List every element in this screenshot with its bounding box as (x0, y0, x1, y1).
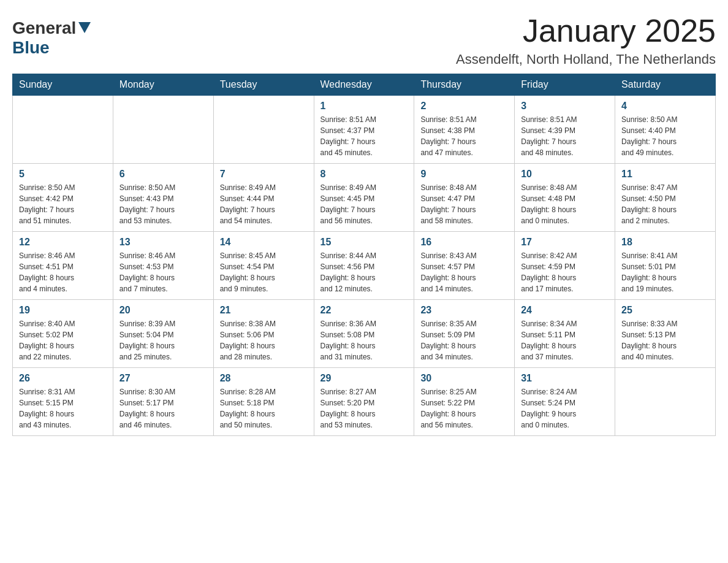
day-number: 12 (19, 237, 107, 248)
week-row-4: 19Sunrise: 8:40 AMSunset: 5:02 PMDayligh… (13, 300, 716, 368)
day-info: Sunrise: 8:35 AMSunset: 5:09 PMDaylight:… (420, 318, 508, 362)
day-number: 11 (621, 169, 709, 180)
day-number: 9 (420, 169, 508, 180)
day-number: 18 (621, 237, 709, 248)
day-number: 29 (320, 373, 408, 384)
calendar-cell: 3Sunrise: 8:51 AMSunset: 4:39 PMDaylight… (515, 96, 615, 164)
column-header-monday: Monday (113, 74, 213, 96)
calendar-cell: 26Sunrise: 8:31 AMSunset: 5:15 PMDayligh… (13, 368, 113, 436)
column-header-saturday: Saturday (615, 74, 716, 96)
logo-general-text: General (12, 18, 76, 38)
calendar-header: SundayMondayTuesdayWednesdayThursdayFrid… (13, 74, 716, 96)
day-number: 31 (521, 373, 609, 384)
day-info: Sunrise: 8:38 AMSunset: 5:06 PMDaylight:… (220, 318, 308, 362)
day-number: 8 (320, 169, 408, 180)
calendar-table: SundayMondayTuesdayWednesdayThursdayFrid… (12, 74, 716, 436)
day-info: Sunrise: 8:49 AMSunset: 4:45 PMDaylight:… (320, 182, 408, 226)
day-info: Sunrise: 8:48 AMSunset: 4:47 PMDaylight:… (420, 182, 508, 226)
calendar-cell: 15Sunrise: 8:44 AMSunset: 4:56 PMDayligh… (314, 232, 414, 300)
day-info: Sunrise: 8:46 AMSunset: 4:53 PMDaylight:… (119, 250, 207, 294)
week-row-3: 12Sunrise: 8:46 AMSunset: 4:51 PMDayligh… (13, 232, 716, 300)
day-info: Sunrise: 8:31 AMSunset: 5:15 PMDaylight:… (19, 386, 107, 431)
calendar-cell: 10Sunrise: 8:48 AMSunset: 4:48 PMDayligh… (515, 164, 615, 232)
day-info: Sunrise: 8:30 AMSunset: 5:17 PMDaylight:… (119, 386, 207, 431)
calendar-cell: 28Sunrise: 8:28 AMSunset: 5:18 PMDayligh… (213, 368, 314, 436)
day-info: Sunrise: 8:47 AMSunset: 4:50 PMDaylight:… (621, 182, 709, 226)
calendar-cell: 27Sunrise: 8:30 AMSunset: 5:17 PMDayligh… (113, 368, 213, 436)
page-header: General Blue January 2025 Assendelft, No… (12, 12, 716, 67)
day-info: Sunrise: 8:45 AMSunset: 4:54 PMDaylight:… (220, 250, 308, 294)
day-info: Sunrise: 8:33 AMSunset: 5:13 PMDaylight:… (621, 318, 709, 362)
calendar-cell: 13Sunrise: 8:46 AMSunset: 4:53 PMDayligh… (113, 232, 213, 300)
calendar-cell: 31Sunrise: 8:24 AMSunset: 5:24 PMDayligh… (515, 368, 615, 436)
day-info: Sunrise: 8:50 AMSunset: 4:40 PMDaylight:… (621, 114, 709, 158)
day-info: Sunrise: 8:51 AMSunset: 4:37 PMDaylight:… (320, 114, 408, 158)
column-header-friday: Friday (515, 74, 615, 96)
calendar-cell: 18Sunrise: 8:41 AMSunset: 5:01 PMDayligh… (615, 232, 716, 300)
calendar-cell (13, 96, 113, 164)
day-number: 19 (19, 305, 107, 316)
day-info: Sunrise: 8:46 AMSunset: 4:51 PMDaylight:… (19, 250, 107, 294)
day-number: 24 (521, 305, 609, 316)
calendar-cell: 11Sunrise: 8:47 AMSunset: 4:50 PMDayligh… (615, 164, 716, 232)
column-header-thursday: Thursday (414, 74, 515, 96)
day-number: 6 (119, 169, 207, 180)
month-year-title: January 2025 (456, 12, 716, 49)
day-info: Sunrise: 8:36 AMSunset: 5:08 PMDaylight:… (320, 318, 408, 362)
calendar-cell: 21Sunrise: 8:38 AMSunset: 5:06 PMDayligh… (213, 300, 314, 368)
column-header-wednesday: Wednesday (314, 74, 414, 96)
day-number: 15 (320, 237, 408, 248)
calendar-cell: 22Sunrise: 8:36 AMSunset: 5:08 PMDayligh… (314, 300, 414, 368)
calendar-cell: 5Sunrise: 8:50 AMSunset: 4:42 PMDaylight… (13, 164, 113, 232)
title-area: January 2025 Assendelft, North Holland, … (456, 12, 716, 67)
day-number: 3 (521, 101, 609, 112)
day-number: 2 (420, 101, 508, 112)
day-info: Sunrise: 8:40 AMSunset: 5:02 PMDaylight:… (19, 318, 107, 362)
location-subtitle: Assendelft, North Holland, The Netherlan… (456, 52, 716, 67)
calendar-cell: 25Sunrise: 8:33 AMSunset: 5:13 PMDayligh… (615, 300, 716, 368)
day-info: Sunrise: 8:39 AMSunset: 5:04 PMDaylight:… (119, 318, 207, 362)
day-info: Sunrise: 8:48 AMSunset: 4:48 PMDaylight:… (521, 182, 609, 226)
day-info: Sunrise: 8:34 AMSunset: 5:11 PMDaylight:… (521, 318, 609, 362)
day-info: Sunrise: 8:43 AMSunset: 4:57 PMDaylight:… (420, 250, 508, 294)
day-info: Sunrise: 8:51 AMSunset: 4:39 PMDaylight:… (521, 114, 609, 158)
day-number: 22 (320, 305, 408, 316)
day-number: 1 (320, 101, 408, 112)
day-info: Sunrise: 8:42 AMSunset: 4:59 PMDaylight:… (521, 250, 609, 294)
day-info: Sunrise: 8:25 AMSunset: 5:22 PMDaylight:… (420, 386, 508, 431)
calendar-cell (615, 368, 716, 436)
calendar-cell: 4Sunrise: 8:50 AMSunset: 4:40 PMDaylight… (615, 96, 716, 164)
day-number: 30 (420, 373, 508, 384)
day-number: 4 (621, 101, 709, 112)
day-number: 20 (119, 305, 207, 316)
day-number: 13 (119, 237, 207, 248)
calendar-cell: 14Sunrise: 8:45 AMSunset: 4:54 PMDayligh… (213, 232, 314, 300)
day-number: 14 (220, 237, 308, 248)
calendar-body: 1Sunrise: 8:51 AMSunset: 4:37 PMDaylight… (13, 96, 716, 436)
day-number: 21 (220, 305, 308, 316)
day-number: 7 (220, 169, 308, 180)
calendar-cell: 19Sunrise: 8:40 AMSunset: 5:02 PMDayligh… (13, 300, 113, 368)
calendar-cell: 17Sunrise: 8:42 AMSunset: 4:59 PMDayligh… (515, 232, 615, 300)
day-number: 17 (521, 237, 609, 248)
calendar-cell: 6Sunrise: 8:50 AMSunset: 4:43 PMDaylight… (113, 164, 213, 232)
day-info: Sunrise: 8:41 AMSunset: 5:01 PMDaylight:… (621, 250, 709, 294)
day-info: Sunrise: 8:44 AMSunset: 4:56 PMDaylight:… (320, 250, 408, 294)
calendar-cell: 23Sunrise: 8:35 AMSunset: 5:09 PMDayligh… (414, 300, 515, 368)
header-row: SundayMondayTuesdayWednesdayThursdayFrid… (13, 74, 716, 96)
calendar-cell (113, 96, 213, 164)
calendar-cell: 2Sunrise: 8:51 AMSunset: 4:38 PMDaylight… (414, 96, 515, 164)
logo-triangle-icon (78, 22, 91, 33)
day-number: 16 (420, 237, 508, 248)
calendar-cell: 30Sunrise: 8:25 AMSunset: 5:22 PMDayligh… (414, 368, 515, 436)
day-number: 5 (19, 169, 107, 180)
logo-general: General (12, 18, 91, 38)
day-info: Sunrise: 8:50 AMSunset: 4:43 PMDaylight:… (119, 182, 207, 226)
day-number: 28 (220, 373, 308, 384)
day-info: Sunrise: 8:49 AMSunset: 4:44 PMDaylight:… (220, 182, 308, 226)
day-info: Sunrise: 8:24 AMSunset: 5:24 PMDaylight:… (521, 386, 609, 431)
logo-blue-text: Blue (12, 38, 50, 58)
day-number: 10 (521, 169, 609, 180)
column-header-sunday: Sunday (13, 74, 113, 96)
calendar-cell: 24Sunrise: 8:34 AMSunset: 5:11 PMDayligh… (515, 300, 615, 368)
